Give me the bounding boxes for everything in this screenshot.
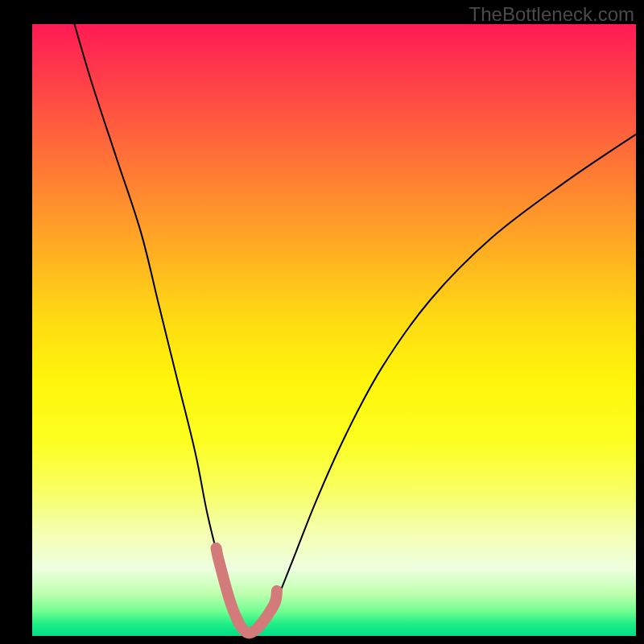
bottleneck-curve bbox=[75, 24, 637, 634]
plot-area bbox=[32, 24, 636, 636]
watermark-text: TheBottleneck.com bbox=[469, 3, 634, 26]
optimal-range-highlight bbox=[217, 548, 278, 634]
chart-svg bbox=[32, 24, 636, 636]
